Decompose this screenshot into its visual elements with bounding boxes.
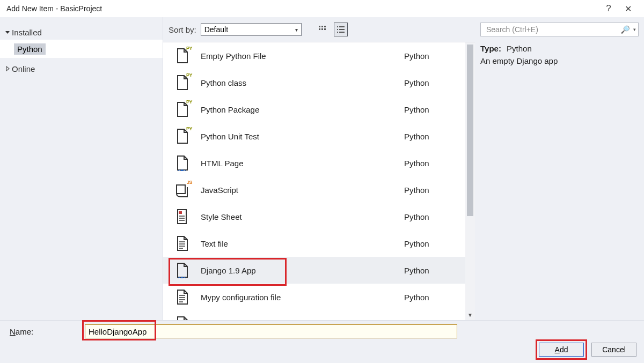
template-language: Python [404, 239, 452, 248]
grid-icon [318, 25, 327, 34]
file-icon: <◆> [173, 261, 191, 279]
svg-text:<◆>: <◆> [178, 168, 186, 171]
svg-rect-8 [337, 29, 338, 30]
template-item[interactable]: Mypy configuration filePython [163, 284, 465, 310]
template-language: Python [404, 212, 452, 221]
template-name: Style Sheet [201, 212, 404, 221]
name-row: Name: [0, 321, 644, 342]
type-value: Python [507, 44, 532, 53]
chevron-down-icon [3, 29, 12, 35]
template-item[interactable]: <◆>Django 1.4 AppPython [163, 310, 465, 320]
template-name: Python class [201, 78, 404, 87]
svg-rect-7 [339, 26, 345, 27]
add-button[interactable]: Add [539, 343, 584, 357]
template-item[interactable]: <◆>Django 1.9 AppPython [163, 257, 465, 284]
template-name: Python Unit Test [201, 132, 404, 141]
template-item[interactable]: PYPython Unit TestPython [163, 123, 465, 150]
template-toolbar: Sort by: Default ▾ [163, 17, 475, 42]
dialog-body: Installed Python Online Sort by: Default… [0, 17, 644, 320]
template-name: JavaScript [201, 186, 404, 195]
template-details: Type: Python An empty Django app [480, 36, 639, 65]
category-label: Installed [12, 28, 42, 37]
svg-rect-13 [179, 211, 182, 214]
help-icon[interactable]: ? [599, 3, 618, 14]
name-input[interactable] [85, 324, 457, 338]
bottom-bar: Name: Add Cancel [0, 320, 644, 363]
template-list-wrap: PYEmpty Python FilePythonPYPython classP… [163, 42, 475, 320]
template-language: Python [404, 293, 452, 302]
sort-by-label: Sort by: [169, 25, 196, 34]
file-icon: <◆> [173, 154, 191, 172]
button-row: Add Cancel [539, 343, 636, 357]
template-item[interactable]: PYPython classPython [163, 69, 465, 96]
svg-rect-9 [339, 29, 345, 30]
template-list[interactable]: PYEmpty Python FilePythonPYPython classP… [163, 42, 465, 320]
view-icons-button[interactable] [316, 23, 330, 36]
sort-by-dropdown[interactable]: Default ▾ [201, 23, 302, 36]
scrollbar[interactable]: ▼ [465, 42, 475, 320]
svg-rect-4 [321, 28, 323, 30]
svg-rect-6 [337, 26, 338, 27]
template-name: Django 1.9 App [201, 266, 404, 275]
svg-rect-5 [324, 28, 326, 30]
title-bar: Add New Item - BasicProject ? ✕ [0, 0, 644, 17]
chevron-down-icon: ▾ [295, 27, 298, 33]
template-language: Python [404, 105, 452, 114]
file-icon: PY [173, 100, 191, 118]
view-list-button[interactable] [334, 23, 348, 36]
scroll-thumb[interactable] [467, 45, 473, 216]
template-language: Python [404, 266, 452, 275]
template-language: Python [404, 78, 452, 87]
template-language: Python [404, 132, 452, 141]
name-label: Name: [10, 327, 85, 336]
template-name: Empty Python File [201, 51, 404, 61]
file-icon: JS [173, 181, 191, 199]
list-icon [336, 25, 345, 34]
file-icon: PY [173, 73, 191, 92]
window-title: Add New Item - BasicProject [6, 4, 599, 13]
svg-rect-10 [337, 32, 338, 33]
svg-rect-2 [324, 26, 326, 27]
template-language: Python [404, 159, 452, 168]
template-language: Python [404, 186, 452, 195]
scroll-down-icon[interactable]: ▼ [465, 310, 475, 319]
file-icon: PY [173, 47, 191, 65]
file-icon [173, 208, 191, 226]
svg-rect-0 [319, 26, 320, 27]
cancel-button[interactable]: Cancel [591, 343, 636, 357]
template-name: Mypy configuration file [201, 293, 404, 302]
category-python[interactable]: Python [0, 40, 163, 58]
template-item[interactable]: Style SheetPython [163, 203, 465, 230]
template-name: HTML Page [201, 159, 404, 168]
category-tree: Installed Python Online [0, 17, 163, 320]
template-language: Python [404, 51, 452, 61]
category-online[interactable]: Online [0, 61, 163, 76]
file-icon: <◆> [173, 315, 191, 320]
category-installed[interactable]: Installed [0, 25, 163, 40]
category-label: Online [12, 64, 35, 73]
chevron-right-icon [3, 66, 12, 71]
type-label: Type: [480, 44, 501, 53]
search-input[interactable] [485, 25, 619, 34]
search-icon[interactable]: 🔍 [619, 25, 632, 34]
svg-rect-1 [321, 26, 323, 27]
template-description: An empty Django app [480, 56, 639, 65]
svg-text:<◆>: <◆> [178, 276, 186, 278]
file-icon [173, 288, 191, 306]
file-icon [173, 234, 191, 253]
svg-rect-3 [319, 28, 320, 30]
search-dropdown-icon[interactable]: ▾ [632, 27, 636, 32]
sort-by-value: Default [204, 25, 228, 34]
svg-rect-11 [339, 32, 345, 33]
details-panel: 🔍 ▾ Type: Python An empty Django app [475, 17, 644, 320]
template-name: Python Package [201, 105, 404, 114]
template-item[interactable]: PYEmpty Python FilePython [163, 42, 465, 69]
search-box[interactable]: 🔍 ▾ [480, 23, 639, 36]
template-panel: Sort by: Default ▾ PYEmpty [163, 17, 475, 320]
file-icon: PY [173, 127, 191, 145]
template-item[interactable]: JSJavaScriptPython [163, 176, 465, 203]
template-item[interactable]: <◆>HTML PagePython [163, 150, 465, 176]
template-item[interactable]: Text filePython [163, 230, 465, 257]
close-icon[interactable]: ✕ [618, 4, 638, 14]
template-item[interactable]: PYPython PackagePython [163, 96, 465, 123]
